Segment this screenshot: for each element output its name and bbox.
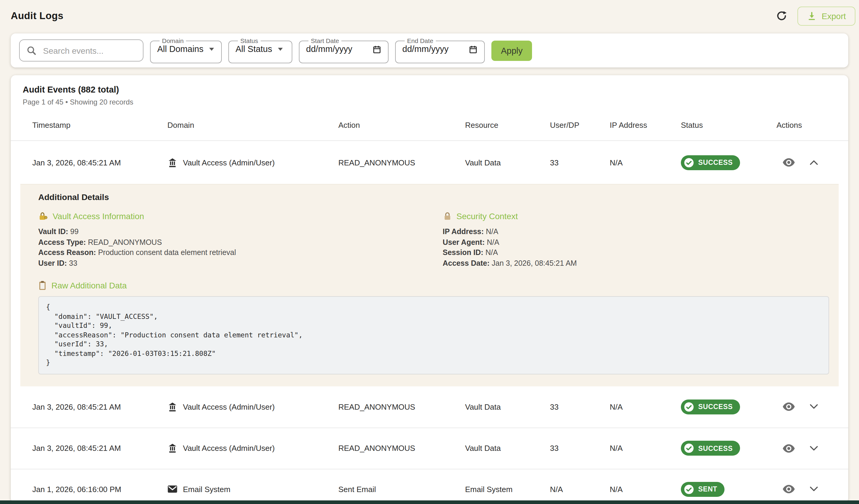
status-cell: SUCCESS [681, 441, 777, 456]
chevron-down-icon [278, 47, 283, 50]
field-label: IP Address: [443, 227, 484, 236]
chevron-down-icon[interactable] [809, 404, 818, 410]
eye-icon[interactable] [783, 484, 795, 494]
detail-field: User ID: 33 [38, 258, 425, 269]
user-dp-cell: 33 [550, 444, 610, 453]
card-title: Audit Events (882 total) [23, 85, 836, 94]
status-badge: SUCCESS [681, 441, 740, 456]
audit-events-card: Audit Events (882 total) Page 1 of 45 • … [11, 75, 848, 503]
actions-cell [777, 484, 840, 494]
security-context-section: Security Context IP Address: N/A User Ag… [443, 211, 829, 269]
actions-cell [777, 402, 840, 411]
eye-icon[interactable] [783, 402, 795, 411]
chevron-down-icon[interactable] [809, 486, 818, 492]
end-date-input[interactable]: dd/mm/yyyy [402, 44, 478, 54]
check-circle-icon [684, 401, 694, 412]
security-section-label: Security Context [456, 211, 518, 221]
vault-access-section: Vault Access Information Vault ID: 99 Ac… [38, 211, 425, 269]
column-header-actions: Actions [777, 121, 840, 130]
field-value: READ_ANONYMOUS [88, 238, 162, 246]
additional-details-panel: Additional Details Vault Access Infor [20, 184, 839, 386]
chevron-up-icon[interactable] [809, 159, 818, 166]
field-value: N/A [486, 227, 499, 236]
eye-icon[interactable] [783, 443, 795, 453]
table-row[interactable]: Jan 3, 2026, 08:45:21 AM Vault Access (A… [11, 427, 848, 469]
apply-button[interactable]: Apply [492, 40, 532, 61]
domain-label: Vault Access (Admin/User) [183, 444, 275, 453]
ip-address-cell: N/A [610, 402, 681, 411]
field-label: Access Date: [443, 259, 489, 267]
detail-field: Access Reason: Production consent data e… [38, 248, 425, 258]
search-input[interactable] [42, 45, 136, 56]
status-select[interactable]: All Status [236, 44, 285, 54]
start-date-filter[interactable]: Start Date dd/mm/yyyy [299, 37, 389, 63]
table-row[interactable]: Jan 3, 2026, 08:45:21 AM Vault Access (A… [11, 141, 848, 184]
domain-select[interactable]: All Domains [157, 44, 215, 54]
detail-field: Session ID: N/A [443, 248, 829, 258]
detail-field: Vault ID: 99 [38, 227, 425, 237]
raw-data-section-title: Raw Additional Data [38, 281, 829, 290]
raw-json-block: { "domain": "VAULT_ACCESS", "vaultId": 9… [38, 296, 829, 374]
field-label: User ID: [38, 259, 67, 267]
end-date-value: dd/mm/yyyy [402, 44, 449, 54]
bank-icon [167, 443, 178, 453]
start-date-value: dd/mm/yyyy [306, 44, 352, 54]
action-cell: READ_ANONYMOUS [338, 444, 465, 453]
column-header-resource: Resource [465, 121, 550, 130]
action-cell: Sent Email [338, 485, 465, 493]
domain-label: Vault Access (Admin/User) [183, 402, 275, 411]
timestamp-cell: Jan 3, 2026, 08:45:21 AM [32, 158, 167, 167]
status-badge: SENT [681, 482, 724, 497]
envelope-icon [167, 485, 178, 493]
vault-section-title: Vault Access Information [38, 211, 425, 221]
domain-cell: Vault Access (Admin/User) [167, 401, 338, 412]
status-select-value: All Status [236, 44, 272, 54]
clipboard-icon [38, 281, 47, 290]
domain-filter[interactable]: Domain All Domains [150, 37, 222, 63]
domain-cell: Vault Access (Admin/User) [167, 443, 338, 453]
status-badge-label: SUCCESS [698, 159, 733, 166]
timestamp-cell: Jan 1, 2026, 06:16:00 PM [32, 485, 167, 493]
column-header-action: Action [338, 121, 465, 130]
resource-cell: Vault Data [465, 158, 550, 167]
status-cell: SUCCESS [681, 399, 777, 414]
end-date-filter[interactable]: End Date dd/mm/yyyy [395, 37, 485, 63]
eye-icon[interactable] [783, 158, 795, 167]
detail-field: Access Type: READ_ANONYMOUS [38, 237, 425, 248]
details-columns: Vault Access Information Vault ID: 99 Ac… [38, 211, 829, 269]
status-badge-label: SUCCESS [698, 445, 733, 452]
field-value: 99 [70, 227, 79, 236]
refresh-icon[interactable] [775, 10, 787, 22]
raw-data-section-label: Raw Additional Data [51, 281, 127, 290]
export-button[interactable]: Export [797, 6, 855, 26]
search-box[interactable] [19, 40, 144, 62]
status-badge: SUCCESS [681, 155, 740, 170]
actions-cell [777, 443, 840, 453]
field-value: Production consent data element retrieva… [98, 248, 236, 257]
field-value: N/A [485, 248, 498, 257]
ip-address-cell: N/A [610, 444, 681, 453]
check-circle-icon [684, 443, 694, 453]
start-date-input[interactable]: dd/mm/yyyy [306, 44, 381, 54]
card-header: Audit Events (882 total) Page 1 of 45 • … [11, 85, 848, 106]
ip-address-cell: N/A [610, 485, 681, 493]
calendar-icon[interactable] [373, 45, 381, 53]
status-filter[interactable]: Status All Status [228, 37, 292, 63]
status-badge-label: SUCCESS [698, 403, 733, 410]
chevron-down-icon[interactable] [809, 445, 818, 451]
audit-logs-page: Audit Logs Export [0, 0, 859, 504]
top-actions: Export [775, 6, 855, 26]
field-label: Session ID: [443, 248, 483, 257]
table-row[interactable]: Jan 1, 2026, 06:16:00 PM Email System Se… [11, 469, 848, 503]
resource-cell: Vault Data [465, 444, 550, 453]
detail-field: IP Address: N/A [443, 227, 829, 237]
table-row[interactable]: Jan 3, 2026, 08:45:21 AM Vault Access (A… [11, 386, 848, 427]
field-value: 33 [69, 259, 77, 267]
column-header-timestamp: Timestamp [32, 121, 167, 130]
ip-address-cell: N/A [610, 158, 681, 167]
status-badge: SUCCESS [681, 399, 740, 414]
detail-field: Access Date: Jan 3, 2026, 08:45:21 AM [443, 258, 829, 269]
lock-with-key-icon [38, 211, 48, 221]
calendar-icon[interactable] [469, 45, 478, 53]
field-label: User Agent: [443, 238, 485, 246]
